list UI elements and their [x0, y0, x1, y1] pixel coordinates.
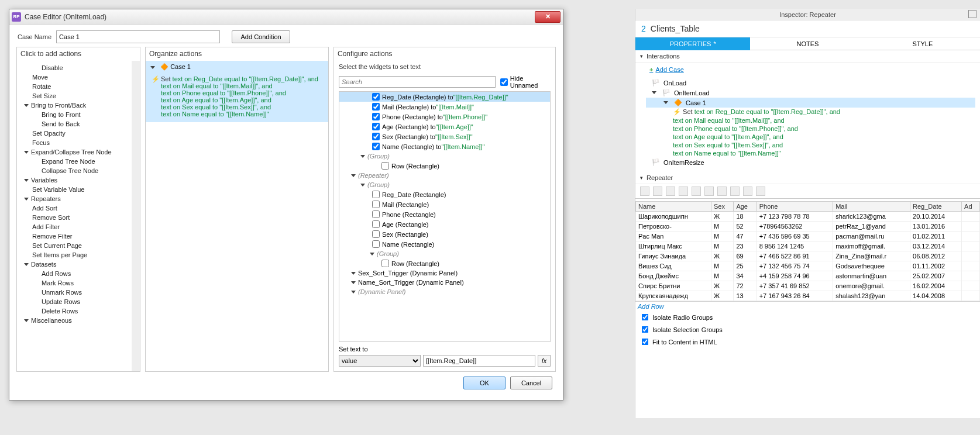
- table-row[interactable]: Гипиус ЗинаидаЖ69+7 466 522 86 91Zina_Zi…: [636, 251, 980, 261]
- table-header[interactable]: Sex: [711, 202, 733, 212]
- tool-icon[interactable]: [666, 187, 675, 196]
- widget-row[interactable]: Phone (Rectangle): [339, 209, 550, 219]
- table-header[interactable]: Phone: [757, 202, 833, 212]
- search-input[interactable]: [339, 76, 496, 88]
- widget-row[interactable]: Name (Rectangle) to "[[Item.Name]]": [339, 141, 550, 151]
- table-header[interactable]: Ad: [962, 202, 980, 212]
- close-button[interactable]: ✕: [535, 11, 561, 23]
- widget-row[interactable]: Sex (Rectangle): [339, 229, 550, 239]
- table-row[interactable]: Pac ManМ47+7 436 596 69 35pacman@mail.ru…: [636, 232, 980, 241]
- tool-icon[interactable]: [730, 187, 740, 196]
- tool-icon[interactable]: [679, 187, 688, 196]
- widget-row[interactable]: (Group): [339, 249, 550, 258]
- action-item[interactable]: Remove Filter: [17, 232, 140, 241]
- action-group[interactable]: Bring to Front/Back: [17, 101, 140, 110]
- set-text-value-input[interactable]: [423, 355, 535, 367]
- widget-row[interactable]: Reg_Date (Rectangle): [339, 189, 550, 199]
- action-item[interactable]: Unmark Rows: [17, 288, 140, 297]
- action-item[interactable]: Add Rows: [17, 269, 140, 278]
- action-item[interactable]: Remove Sort: [17, 213, 140, 222]
- action-item[interactable]: Set Opacity: [17, 129, 140, 138]
- action-item[interactable]: Collapse Tree Node: [17, 166, 140, 175]
- widget-row[interactable]: Name (Rectangle): [339, 239, 550, 249]
- action-group[interactable]: Expand/Collapse Tree Node: [17, 147, 140, 157]
- event-onitemresize[interactable]: 🏳️OnItemResize: [645, 157, 975, 167]
- event-onload[interactable]: 🏳️OnLoad: [645, 78, 975, 88]
- action-group[interactable]: Repeaters: [17, 194, 140, 203]
- tab-style[interactable]: STYLE: [865, 37, 980, 50]
- add-condition-button[interactable]: Add Condition: [232, 30, 290, 43]
- widget-row[interactable]: Phone (Rectangle) to "[[Item.Phone]]": [339, 112, 550, 122]
- add-row-link[interactable]: Add Row: [635, 302, 980, 311]
- ok-button[interactable]: OK: [463, 377, 506, 389]
- action-item[interactable]: Delete Rows: [17, 306, 140, 316]
- table-row[interactable]: Вишез СидМ25+7 132 456 75 74Godsavethequ…: [636, 261, 980, 271]
- action-item[interactable]: Set Size: [17, 91, 140, 101]
- organize-case-row[interactable]: 🔶 Case 1: [146, 61, 328, 73]
- tool-icon[interactable]: [692, 187, 701, 196]
- tool-icon[interactable]: [743, 187, 752, 196]
- tab-properties[interactable]: PROPERTIES*: [635, 37, 750, 50]
- action-group[interactable]: Variables: [17, 175, 140, 185]
- action-item[interactable]: Add Sort: [17, 203, 140, 213]
- action-item[interactable]: Send to Back: [17, 119, 140, 129]
- action-item[interactable]: Set Items per Page: [17, 250, 140, 260]
- tool-icon[interactable]: [653, 187, 662, 196]
- action-item[interactable]: Rotate: [17, 82, 140, 91]
- action-block[interactable]: ⚡ Set text on Reg_Date equal to "[[Item.…: [645, 108, 975, 157]
- case-row[interactable]: 🔶Case 1: [646, 98, 975, 108]
- widget-row[interactable]: (Group): [339, 180, 550, 189]
- set-text-type-select[interactable]: value: [339, 355, 421, 367]
- tool-icon[interactable]: [756, 187, 765, 196]
- document-icon[interactable]: [968, 10, 976, 18]
- tab-notes[interactable]: NOTES: [750, 37, 865, 50]
- table-header[interactable]: Reg_Date: [910, 202, 962, 212]
- action-item[interactable]: Move: [17, 72, 140, 82]
- isolate-selection-checkbox[interactable]: Isolate Selection Groups: [635, 323, 980, 336]
- tool-icon[interactable]: [640, 187, 649, 196]
- widget-row[interactable]: Age (Rectangle) to "[[Item.Age]]": [339, 122, 550, 132]
- action-item[interactable]: Set Current Page: [17, 241, 140, 250]
- action-group[interactable]: Miscellaneous: [17, 316, 140, 325]
- table-header[interactable]: Mail: [833, 202, 910, 212]
- cancel-button[interactable]: Cancel: [510, 377, 552, 389]
- section-interactions[interactable]: ▾Interactions: [635, 50, 980, 63]
- tool-icon[interactable]: [704, 187, 714, 196]
- section-repeater[interactable]: ▾Repeater: [635, 172, 980, 184]
- action-item[interactable]: Mark Rows: [17, 278, 140, 288]
- table-row[interactable]: Бонд ДжеймсМ34+4 159 258 74 96astonmarti…: [636, 271, 980, 281]
- action-item[interactable]: Update Rows: [17, 297, 140, 306]
- hide-unnamed-checkbox[interactable]: Hide Unnamed: [500, 75, 551, 89]
- repeater-table[interactable]: NameSexAgePhoneMailReg_DateAdШарикоподши…: [635, 198, 980, 302]
- widget-row[interactable]: Mail (Rectangle): [339, 199, 550, 209]
- fx-button[interactable]: fx: [538, 355, 551, 367]
- widget-row[interactable]: (Dynamic Panel): [339, 287, 550, 296]
- widget-row[interactable]: Age (Rectangle): [339, 219, 550, 229]
- table-row[interactable]: Петровско-М52+78964563262petrRaz_1@yand1…: [636, 222, 980, 232]
- widget-row[interactable]: Sex (Rectangle) to "[[Item.Sex]]": [339, 132, 550, 141]
- widget-row[interactable]: Mail (Rectangle) to "[[Item.Mail]]": [339, 102, 550, 112]
- action-item[interactable]: Disable: [17, 63, 140, 72]
- event-onitemload[interactable]: 🏳️OnItemLoad: [645, 88, 975, 98]
- table-header[interactable]: Age: [734, 202, 757, 212]
- widget-row[interactable]: Row (Rectangle): [339, 161, 550, 171]
- widget-row[interactable]: (Repeater): [339, 171, 550, 180]
- action-group[interactable]: Datasets: [17, 260, 140, 269]
- action-item[interactable]: Focus: [17, 138, 140, 147]
- organize-action[interactable]: ⚡ Set text on Reg_Date equal to "[[Item.…: [146, 73, 328, 122]
- widget-row[interactable]: (Group): [339, 151, 550, 161]
- widget-row[interactable]: Row (Rectangle): [339, 258, 550, 268]
- titlebar[interactable]: RP Case Editor (OnItemLoad) ✕: [9, 9, 563, 25]
- table-row[interactable]: Спирс БритниЖ72+7 357 41 69 852onemore@g…: [636, 281, 980, 291]
- widget-row[interactable]: Reg_Date (Rectangle) to "[[Item.Reg_Date…: [339, 92, 550, 102]
- widget-name[interactable]: Clients_Table: [651, 24, 700, 33]
- widget-row[interactable]: Name_Sort_Trigger (Dynamic Panel): [339, 278, 550, 287]
- table-row[interactable]: КрупскаянадеждЖ13+7 167 943 26 84shalash…: [636, 291, 980, 301]
- table-row[interactable]: Штирлиц МаксМ238 956 124 1245maximoff@gm…: [636, 241, 980, 251]
- action-item[interactable]: Set Variable Value: [17, 185, 140, 194]
- tool-icon[interactable]: [717, 187, 727, 196]
- table-row[interactable]: ШарикоподшипнЖ18+7 123 798 78 78sharick1…: [636, 212, 980, 222]
- action-item[interactable]: Expand Tree Node: [17, 157, 140, 166]
- widget-row[interactable]: Sex_Sort_Trigger (Dynamic Panel): [339, 268, 550, 278]
- table-header[interactable]: Name: [636, 202, 711, 212]
